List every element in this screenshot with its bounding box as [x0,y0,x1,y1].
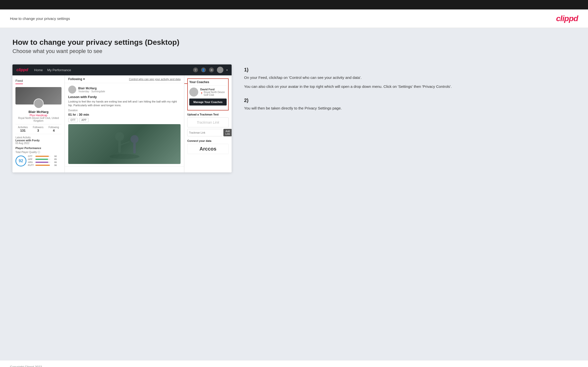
svg-point-0 [110,154,139,159]
header: How to change your privacy settings clip… [0,9,588,28]
footer: Copyright Clippd 2022 [0,360,588,367]
stat-followers-value: 3 [33,129,44,132]
profile-avatar [34,99,44,108]
following-chevron: ▾ [83,77,85,81]
trackman-input-row: Add Link [187,129,229,136]
header-title: How to change your privacy settings [10,16,70,21]
activity-card: Blair McHarg Yesterday · Sunningdale Les… [65,83,184,167]
activity-user-name: Blair McHarg [78,87,105,90]
manage-coaches-button[interactable]: Manage Your Coaches [189,99,227,105]
instruction-2: 2) You will then be taken directly to th… [244,98,576,111]
profile-stats: Activities 131 Followers 3 Following 4 [15,124,62,134]
profile-name: Blair McHarg [15,110,62,114]
upload-title: Upload a Trackman Test [187,113,229,116]
tpq-bar-putt: PUTT 96 [28,164,62,166]
latest-activity-label: Latest Activity [15,136,62,139]
app-logo: clippd [16,68,28,72]
clippd-logo: clippd [556,14,578,23]
left-panel: Feed Blair McHarg Plus Handicap Royal No… [12,75,65,172]
add-link-button[interactable]: Add Link [223,129,232,136]
feed-tab[interactable]: Feed [15,79,23,84]
coach-info: David Ford 📍 Royal North Devon Golf Club [200,88,227,96]
copyright: Copyright Clippd 2022 [10,365,42,367]
stat-activities: Activities 131 [18,126,28,132]
stat-activities-value: 131 [18,129,28,132]
upload-section: Upload a Trackman Test Trackman Link Add… [187,113,229,136]
coach-avatar [189,88,198,97]
page-subheading: Choose what you want people to see [12,48,576,54]
user-avatar-nav[interactable] [217,67,223,73]
connect-section: Connect your data Arccos [187,139,229,154]
following-button[interactable]: Following ▾ [68,77,85,81]
nav-icons: ⚲ 👤 ⊕ ▾ [193,67,228,73]
svg-rect-5 [133,142,136,154]
app-body: Feed Blair McHarg Plus Handicap Royal No… [12,75,232,172]
tpq-bars: OTT 90 APP 85 ARG [28,155,62,167]
instruction-1-number: 1) [244,67,576,73]
main-content: How to change your privacy settings (Des… [0,28,588,360]
activity-duration-label: Duration [68,109,181,112]
location-icon: 📍 [200,92,203,95]
right-panel: Your Coaches David Ford 📍 Royal North De… [184,75,232,172]
coaches-title: Your Coaches [189,80,227,86]
arccos-logo: Arccos [187,144,229,154]
tag-ott: OTT [68,118,78,122]
svg-point-4 [131,135,138,143]
profile-handicap: Plus Handicap [15,114,62,117]
app-mockup: clippd Home My Performance ⚲ 👤 ⊕ ▾ Feed [12,64,232,172]
annotation-line [184,83,187,84]
content-layout: clippd Home My Performance ⚲ 👤 ⊕ ▾ Feed [12,64,576,172]
activity-title: Lesson with Fordy [68,95,181,99]
search-icon[interactable]: ⚲ [193,67,198,72]
activity-tags: OTT APP [68,118,181,122]
person-icon[interactable]: 👤 [201,67,206,72]
profile-cover [15,87,62,105]
tag-app: APP [79,118,89,122]
stat-following-label: Following [49,126,59,129]
activity-avatar [68,86,76,94]
middle-panel: Following ▾ Control who can see your act… [65,75,184,172]
activity-location: Yesterday · Sunningdale [78,90,105,93]
tpq-bar-app: APP 85 [28,158,62,160]
tpq-label: Total Player Quality ⓘ [15,151,62,154]
stat-followers-label: Followers [33,126,44,129]
globe-icon[interactable]: ⊕ [209,67,214,72]
control-privacy-link[interactable]: Control who can see your activity and da… [129,78,181,81]
following-label: Following [68,77,82,81]
avatar-chevron: ▾ [226,69,228,71]
activity-header: Blair McHarg Yesterday · Sunningdale [68,86,181,94]
coach-item: David Ford 📍 Royal North Devon Golf Club [189,88,227,97]
app-navbar: clippd Home My Performance ⚲ 👤 ⊕ ▾ [12,64,232,75]
nav-home[interactable]: Home [34,68,43,72]
coaches-annotation-box: Your Coaches David Ford 📍 Royal North De… [187,78,229,110]
svg-line-3 [120,142,130,145]
instruction-1-text: On your Feed, click/tap on 'Control who … [244,75,576,90]
nav-my-performance[interactable]: My Performance [47,68,71,72]
stat-following: Following 4 [49,126,59,132]
profile-club: Royal North Devon Golf Club, United King… [15,117,62,122]
coach-club: 📍 Royal North Devon Golf Club [200,91,227,96]
coaches-section-wrapper: Your Coaches David Ford 📍 Royal North De… [187,78,229,110]
tpq-row: 92 OTT 90 APP 85 [15,155,62,167]
stat-following-value: 4 [49,129,59,132]
trackman-link-input[interactable] [187,129,222,136]
activity-description: Looking to feel like my hands are exitin… [68,100,181,107]
stat-followers: Followers 3 [33,126,44,132]
page-heading: How to change your privacy settings (Des… [12,38,576,47]
tpq-circle: 92 [15,156,26,166]
instructions-panel: 1) On your Feed, click/tap on 'Control w… [244,64,576,119]
tpq-bar-ott: OTT 90 [28,155,62,157]
svg-rect-2 [118,140,121,153]
top-bar [0,0,588,9]
tpq-bar-arg: ARG 86 [28,161,62,163]
following-bar: Following ▾ Control who can see your act… [65,75,184,83]
player-performance-title: Player Performance [15,147,62,150]
stat-activities-label: Activities [18,126,28,129]
activity-image [68,124,181,164]
connect-title: Connect your data [187,139,229,142]
coach-name: David Ford [200,88,227,91]
instruction-2-text: You will then be taken directly to the P… [244,105,576,111]
latest-activity-date: 03 Aug 2022 [15,142,62,145]
latest-activity-name: Lesson with Fordy [15,139,62,142]
trackman-placeholder: Trackman Link [187,117,229,127]
